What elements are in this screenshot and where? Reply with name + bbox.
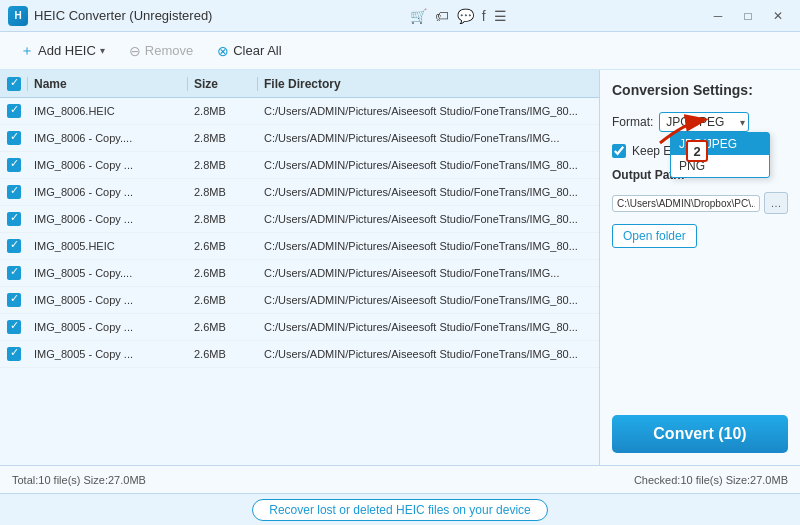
table-header: Name Size File Directory xyxy=(0,70,599,98)
file-list: Name Size File Directory IMG_8006.HEIC 2… xyxy=(0,70,600,465)
output-path-input[interactable] xyxy=(612,195,760,212)
add-icon: ＋ xyxy=(20,42,34,60)
row-checkbox-6[interactable] xyxy=(7,266,21,280)
row-name-1: IMG_8006 - Copy.... xyxy=(28,132,188,144)
add-heic-button[interactable]: ＋ Add HEIC ▾ xyxy=(10,38,115,64)
format-select[interactable]: JPG/JPEG PNG xyxy=(659,112,749,132)
row-check-8 xyxy=(0,320,28,334)
right-panel: Conversion Settings: Format: JPG/JPEG PN… xyxy=(600,70,800,465)
maximize-button[interactable]: □ xyxy=(734,6,762,26)
row-checkbox-7[interactable] xyxy=(7,293,21,307)
header-check xyxy=(0,77,28,91)
table-row: IMG_8005 - Copy ... 2.6MB C:/Users/ADMIN… xyxy=(0,341,599,368)
row-size-2: 2.8MB xyxy=(188,159,258,171)
row-path-2: C:/Users/ADMIN/Pictures/Aiseesoft Studio… xyxy=(258,159,599,171)
row-path-5: C:/Users/ADMIN/Pictures/Aiseesoft Studio… xyxy=(258,240,599,252)
dropdown-arrow-icon[interactable]: ▾ xyxy=(100,45,105,56)
clear-all-button[interactable]: ⊗ Clear All xyxy=(207,39,291,63)
row-name-8: IMG_8005 - Copy ... xyxy=(28,321,188,333)
row-path-0: C:/Users/ADMIN/Pictures/Aiseesoft Studio… xyxy=(258,105,599,117)
app-icon: H xyxy=(8,6,28,26)
format-dropdown: JPG/JPEG PNG xyxy=(670,132,770,178)
row-check-9 xyxy=(0,347,28,361)
row-checkbox-4[interactable] xyxy=(7,212,21,226)
open-folder-button[interactable]: Open folder xyxy=(612,224,697,248)
window-controls: ─ □ ✕ xyxy=(704,6,792,26)
minimize-button[interactable]: ─ xyxy=(704,6,732,26)
remove-icon: ⊖ xyxy=(129,43,141,59)
select-all-checkbox[interactable] xyxy=(7,77,21,91)
row-check-5 xyxy=(0,239,28,253)
row-size-4: 2.8MB xyxy=(188,213,258,225)
format-label: Format: xyxy=(612,115,653,129)
row-check-7 xyxy=(0,293,28,307)
row-checkbox-0[interactable] xyxy=(7,104,21,118)
table-row: IMG_8005 - Copy ... 2.6MB C:/Users/ADMIN… xyxy=(0,314,599,341)
panel-title: Conversion Settings: xyxy=(612,82,788,98)
titlebar-left: H HEIC Converter (Unregistered) xyxy=(8,6,212,26)
row-checkbox-5[interactable] xyxy=(7,239,21,253)
row-checkbox-9[interactable] xyxy=(7,347,21,361)
table-row: IMG_8005.HEIC 2.6MB C:/Users/ADMIN/Pictu… xyxy=(0,233,599,260)
row-check-2 xyxy=(0,158,28,172)
format-row: Format: JPG/JPEG PNG ▾ xyxy=(612,112,788,132)
row-path-6: C:/Users/ADMIN/Pictures/Aiseesoft Studio… xyxy=(258,267,599,279)
output-path-row: … xyxy=(612,192,788,214)
convert-button[interactable]: Convert (10) xyxy=(612,415,788,453)
row-check-4 xyxy=(0,212,28,226)
row-size-0: 2.8MB xyxy=(188,105,258,117)
row-size-1: 2.8MB xyxy=(188,132,258,144)
status-total: Total:10 file(s) Size:27.0MB xyxy=(12,474,146,486)
titlebar: H HEIC Converter (Unregistered) 🛒 🏷 💬 f … xyxy=(0,0,800,32)
row-check-1 xyxy=(0,131,28,145)
row-name-3: IMG_8006 - Copy ... xyxy=(28,186,188,198)
add-heic-label: Add HEIC xyxy=(38,43,96,58)
recover-button[interactable]: Recover lost or deleted HEIC files on yo… xyxy=(252,499,547,521)
row-path-9: C:/Users/ADMIN/Pictures/Aiseesoft Studio… xyxy=(258,348,599,360)
header-directory: File Directory xyxy=(258,77,599,91)
browse-button[interactable]: … xyxy=(764,192,788,214)
row-checkbox-2[interactable] xyxy=(7,158,21,172)
row-path-1: C:/Users/ADMIN/Pictures/Aiseesoft Studio… xyxy=(258,132,599,144)
table-row: IMG_8005 - Copy.... 2.6MB C:/Users/ADMIN… xyxy=(0,260,599,287)
row-size-5: 2.6MB xyxy=(188,240,258,252)
keep-exif-checkbox[interactable] xyxy=(612,144,626,158)
row-check-3 xyxy=(0,185,28,199)
row-checkbox-8[interactable] xyxy=(7,320,21,334)
table-row: IMG_8006.HEIC 2.8MB C:/Users/ADMIN/Pictu… xyxy=(0,98,599,125)
remove-label: Remove xyxy=(145,43,193,58)
main-area: Name Size File Directory IMG_8006.HEIC 2… xyxy=(0,70,800,465)
clear-icon: ⊗ xyxy=(217,43,229,59)
toolbar: ＋ Add HEIC ▾ ⊖ Remove ⊗ Clear All xyxy=(0,32,800,70)
row-size-9: 2.6MB xyxy=(188,348,258,360)
row-checkbox-3[interactable] xyxy=(7,185,21,199)
menu-icon[interactable]: ☰ xyxy=(494,8,507,24)
row-size-8: 2.6MB xyxy=(188,321,258,333)
row-path-7: C:/Users/ADMIN/Pictures/Aiseesoft Studio… xyxy=(258,294,599,306)
row-checkbox-1[interactable] xyxy=(7,131,21,145)
remove-button[interactable]: ⊖ Remove xyxy=(119,39,203,63)
close-button[interactable]: ✕ xyxy=(764,6,792,26)
row-name-4: IMG_8006 - Copy ... xyxy=(28,213,188,225)
row-check-6 xyxy=(0,266,28,280)
row-check-0 xyxy=(0,104,28,118)
table-row: IMG_8006 - Copy ... 2.8MB C:/Users/ADMIN… xyxy=(0,152,599,179)
tag-icon[interactable]: 🏷 xyxy=(435,8,449,24)
status-bar: Total:10 file(s) Size:27.0MB Checked:10 … xyxy=(0,465,800,493)
table-row: IMG_8006 - Copy.... 2.8MB C:/Users/ADMIN… xyxy=(0,125,599,152)
row-name-7: IMG_8005 - Copy ... xyxy=(28,294,188,306)
row-name-2: IMG_8006 - Copy ... xyxy=(28,159,188,171)
bottom-bar: Recover lost or deleted HEIC files on yo… xyxy=(0,493,800,525)
row-size-6: 2.6MB xyxy=(188,267,258,279)
row-name-6: IMG_8005 - Copy.... xyxy=(28,267,188,279)
facebook-icon[interactable]: f xyxy=(482,8,486,24)
step-number-badge: 2 xyxy=(686,140,708,162)
table-row: IMG_8006 - Copy ... 2.8MB C:/Users/ADMIN… xyxy=(0,179,599,206)
titlebar-extra-icons: 🛒 🏷 💬 f ☰ xyxy=(410,8,507,24)
row-name-0: IMG_8006.HEIC xyxy=(28,105,188,117)
row-path-4: C:/Users/ADMIN/Pictures/Aiseesoft Studio… xyxy=(258,213,599,225)
row-name-5: IMG_8005.HEIC xyxy=(28,240,188,252)
cart-icon[interactable]: 🛒 xyxy=(410,8,427,24)
row-path-3: C:/Users/ADMIN/Pictures/Aiseesoft Studio… xyxy=(258,186,599,198)
chat-icon[interactable]: 💬 xyxy=(457,8,474,24)
